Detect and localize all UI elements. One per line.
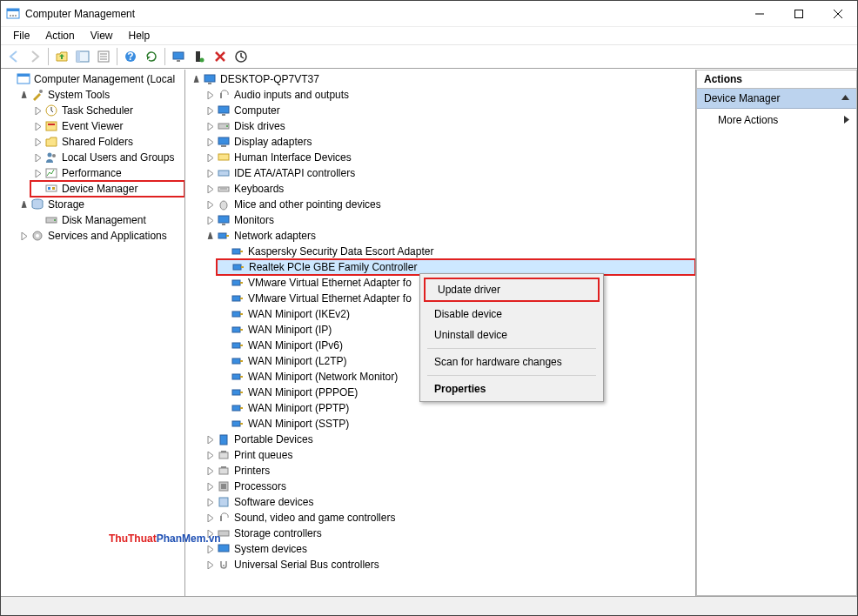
services-apps[interactable]: Services and Applications xyxy=(17,228,184,244)
system-tools[interactable]: System Tools xyxy=(17,87,184,103)
properties-button[interactable] xyxy=(94,47,113,66)
device-category[interactable]: Universal Serial Bus controllers xyxy=(203,557,695,572)
expanded-twist-icon xyxy=(191,74,201,84)
help-button[interactable]: ? xyxy=(121,47,140,66)
svg-rect-28 xyxy=(46,185,57,191)
ctx-disable-device[interactable]: Disable device xyxy=(422,304,601,325)
device-category[interactable]: Sound, video and game controllers xyxy=(203,510,695,526)
svg-rect-53 xyxy=(226,235,229,237)
device-category[interactable]: Printers xyxy=(203,463,695,479)
svg-rect-27 xyxy=(46,169,57,177)
up-folder-button[interactable] xyxy=(52,47,71,66)
device-root[interactable]: DESKTOP-QP7VT37 xyxy=(189,71,695,87)
ctx-scan-hardware[interactable]: Scan for hardware changes xyxy=(422,352,601,372)
device-category[interactable]: Disk drives xyxy=(203,118,695,134)
device-category-icon xyxy=(217,119,231,133)
svg-rect-45 xyxy=(218,154,229,160)
device-category[interactable]: Audio inputs and outputs xyxy=(203,87,695,103)
svg-rect-16 xyxy=(196,51,200,62)
disk-management[interactable]: Disk Management xyxy=(30,212,184,228)
computer-icon xyxy=(203,72,217,86)
device-category[interactable]: Software devices xyxy=(203,494,695,510)
svg-point-17 xyxy=(200,58,204,63)
device-category[interactable]: Processors xyxy=(203,479,695,494)
svg-rect-54 xyxy=(232,249,240,254)
svg-rect-61 xyxy=(240,298,243,299)
minimize-button[interactable] xyxy=(740,1,779,26)
svg-rect-80 xyxy=(221,451,226,452)
blank-twist-icon xyxy=(218,403,229,413)
device-category[interactable]: Monitors xyxy=(203,212,695,228)
device-category-label: Portable Devices xyxy=(234,433,313,445)
network-adapter-item[interactable]: WAN Miniport (SSTP) xyxy=(217,416,695,432)
device-category[interactable]: System devices xyxy=(203,541,695,557)
tree-root[interactable]: Computer Management (Local xyxy=(3,71,184,87)
blank-twist-icon xyxy=(218,293,229,304)
svg-rect-36 xyxy=(204,75,215,82)
network-adapter-label: WAN Miniport (Network Monitor) xyxy=(248,371,398,383)
svg-point-35 xyxy=(36,234,39,238)
status-bar xyxy=(1,596,857,615)
actions-device-manager[interactable]: Device Manager xyxy=(697,89,856,109)
device-root-label: DESKTOP-QP7VT37 xyxy=(220,73,319,85)
device-category[interactable]: Human Interface Devices xyxy=(203,150,695,165)
menu-view[interactable]: View xyxy=(84,28,120,44)
collapsed-twist-icon xyxy=(204,90,215,100)
menu-file[interactable]: File xyxy=(6,28,37,44)
scan-legacy-button[interactable] xyxy=(190,47,209,66)
network-adapters[interactable]: Network adapters xyxy=(203,228,695,244)
forward-button[interactable] xyxy=(25,47,44,66)
ctx-update-driver[interactable]: Update driver xyxy=(424,278,600,302)
services-apps-label: Services and Applications xyxy=(48,230,167,242)
close-button[interactable] xyxy=(818,1,857,26)
network-adapter-icon xyxy=(231,244,245,258)
network-adapter-item[interactable]: WAN Miniport (PPTP) xyxy=(217,400,695,416)
tools-icon xyxy=(30,88,44,102)
shared-folders[interactable]: Shared Folders xyxy=(30,134,184,150)
device-category-icon xyxy=(217,511,231,525)
collapsed-twist-icon xyxy=(18,231,29,241)
expanded-twist-icon xyxy=(18,90,29,100)
local-users[interactable]: Local Users and Groups xyxy=(30,150,184,165)
event-viewer[interactable]: Event Viewer xyxy=(30,118,184,134)
device-category[interactable]: Print queues xyxy=(203,447,695,463)
collapsed-twist-icon xyxy=(204,215,215,225)
svg-point-42 xyxy=(226,125,228,127)
device-category-label: IDE ATA/ATAPI controllers xyxy=(234,167,355,179)
more-actions[interactable]: More Actions xyxy=(697,109,856,131)
network-adapter-item[interactable]: Kaspersky Security Data Escort Adapter xyxy=(217,244,695,259)
svg-rect-64 xyxy=(232,327,240,332)
network-adapter-icon xyxy=(231,417,245,431)
device-category-label: Monitors xyxy=(234,214,274,226)
device-manager[interactable]: Device Manager xyxy=(30,181,184,197)
device-category[interactable]: Portable Devices xyxy=(203,432,695,447)
performance[interactable]: Performance xyxy=(30,165,184,181)
device-category[interactable]: Computer xyxy=(203,103,695,118)
app-icon xyxy=(6,7,20,21)
window: Computer Management File Action View Hel… xyxy=(0,0,858,616)
device-category[interactable]: Display adapters xyxy=(203,134,695,150)
collapsed-twist-icon xyxy=(204,121,215,131)
show-hide-tree-button[interactable] xyxy=(73,47,92,66)
delete-button[interactable] xyxy=(211,47,230,66)
refresh-button[interactable] xyxy=(142,47,161,66)
svg-point-26 xyxy=(52,154,56,157)
task-scheduler[interactable]: Task Scheduler xyxy=(30,103,184,118)
device-category[interactable]: Keyboards xyxy=(203,181,695,197)
menu-action[interactable]: Action xyxy=(38,28,81,44)
device-category-label: Universal Serial Bus controllers xyxy=(234,559,379,571)
device-category[interactable]: Mice and other pointing devices xyxy=(203,197,695,212)
ctx-uninstall-device[interactable]: Uninstall device xyxy=(422,325,601,345)
back-button[interactable] xyxy=(4,47,23,66)
scan-hardware-button[interactable] xyxy=(231,47,251,66)
monitor-button[interactable] xyxy=(169,47,188,66)
menu-help[interactable]: Help xyxy=(122,28,158,44)
device-category[interactable]: IDE ATA/ATAPI controllers xyxy=(203,165,695,181)
svg-rect-55 xyxy=(240,251,243,252)
shared-folders-label: Shared Folders xyxy=(62,136,133,148)
maximize-button[interactable] xyxy=(779,1,818,26)
storage[interactable]: Storage xyxy=(17,197,184,212)
collapsed-twist-icon xyxy=(32,105,43,116)
device-category[interactable]: Storage controllers xyxy=(203,526,695,541)
ctx-properties[interactable]: Properties xyxy=(422,378,601,399)
